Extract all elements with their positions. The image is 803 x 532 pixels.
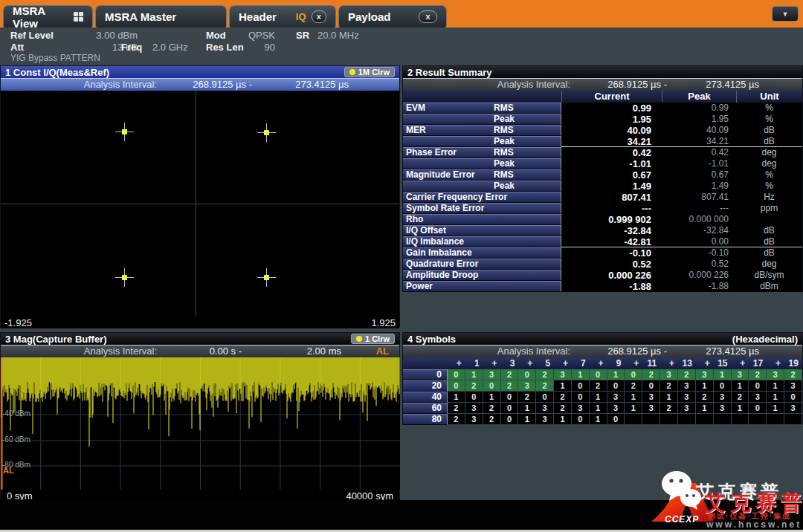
ref-level-value[interactable]: 3.00 dBm (78, 30, 138, 41)
symbols-row: 802320131010 (403, 414, 802, 425)
symbol-cell: 0 (465, 392, 483, 403)
sr-value[interactable]: 20.0 MHz (317, 30, 359, 41)
analysis-from: 268.9125 µs - (607, 346, 667, 357)
param-measure: Peak (494, 181, 515, 192)
y-tick-label: -60 dBm (2, 435, 30, 444)
mod-label: Mod (206, 30, 226, 41)
window-title-bar[interactable]: 3 Mag(Capture Buffer) 1 Clrw (1, 333, 399, 346)
symbol-cell: 1 (518, 403, 536, 414)
symbol-cell: 0 (572, 380, 590, 392)
symbol-cell: 2 (590, 380, 607, 392)
symbol-cell: 2 (660, 403, 678, 414)
symbol-cell: 1 (607, 369, 625, 380)
result-param-cell: I/Q Offset (403, 225, 561, 236)
tab-payload[interactable]: Payload x (338, 5, 447, 27)
unit-value: % (736, 181, 802, 192)
symbol-cell: 1 (696, 403, 714, 414)
symbol-cell: 1 (767, 403, 784, 414)
symbol-cell: 3 (642, 392, 660, 403)
unit-value: deg (736, 158, 802, 169)
symbol-col-header: + (660, 357, 678, 369)
symbol-cell (732, 414, 749, 425)
unit-value: ppm (736, 203, 802, 214)
mag-plot[interactable]: -40 dBm -60 dBm -80 dBm AL (1, 357, 400, 490)
symbol-cell: 2 (642, 369, 660, 380)
symbol-cell: 1 (572, 369, 590, 380)
tab-header[interactable]: Header IQ x (229, 5, 336, 27)
symbol-cell: 0 (572, 392, 590, 403)
result-row: Peak1.491.49% (403, 181, 802, 192)
symbol-col-header: + (518, 357, 536, 369)
result-row: Rho0.999 9020.000 000 (403, 214, 802, 225)
window-title-bar[interactable]: 1 Const I/Q(Meas&Ref) 1M Clrw (1, 66, 399, 79)
trace-chip[interactable]: 1 Clrw (351, 334, 395, 344)
param-name: I/Q Imbalance (406, 236, 464, 247)
constellation-point (257, 268, 276, 287)
window-title-bar[interactable]: 4 Symbols (Hexadecimal) (403, 333, 802, 346)
symbol-dot-icon (122, 275, 127, 280)
symbol-cell: 1 (714, 369, 732, 380)
symbol-col-header: + (767, 357, 784, 369)
symbol-cell: 3 (732, 369, 749, 380)
result-row: Carrier Frequency Error807.41807.41Hz (403, 192, 802, 203)
current-value: -42.81 (561, 236, 662, 247)
yig-bypass-status: YIG Bypass PATTERN (10, 53, 100, 63)
window-result-summary[interactable]: 2 Result Summary Analysis Interval: 268.… (402, 65, 803, 292)
param-name: I/Q Offset (406, 225, 446, 236)
symbol-cell (660, 414, 678, 425)
trace-chip[interactable]: 1M Clrw (344, 67, 395, 77)
res-len-label: Res Len (206, 42, 244, 53)
symbol-cell: 3 (784, 403, 802, 414)
window-symbols[interactable]: 4 Symbols (Hexadecimal) Analysis Interva… (402, 332, 803, 425)
symbol-row-label: 40 (403, 392, 448, 403)
mod-value[interactable]: QPSK (244, 30, 275, 41)
symbol-cell: 0 (642, 380, 660, 392)
symbol-cell: 0 (448, 369, 465, 380)
symbol-cell: 0 (590, 369, 607, 380)
window-title-bar[interactable]: 2 Result Summary (403, 66, 802, 79)
tab-label: Payload (348, 10, 391, 23)
symbol-cell: 2 (501, 369, 519, 380)
symbol-col-header: 13 (678, 357, 696, 369)
freq-value[interactable]: 2.0 GHz (152, 42, 188, 53)
symbol-col-header: + (590, 357, 607, 369)
current-value: -32.84 (561, 225, 662, 236)
result-row: I/Q Offset-32.84-32.84dB (403, 225, 802, 236)
result-row: MERRMS40.0940.09dB (403, 125, 802, 136)
symbol-col-header: + (448, 357, 465, 369)
symbols-header-row: +1+3+5+7+9+11+13+15+17+19 (403, 357, 802, 369)
current-value: -0.10 (561, 247, 662, 259)
peak-value: -1.01 (662, 158, 736, 169)
peak-value: 0.52 (662, 259, 736, 270)
symbol-cell: 1 (590, 392, 607, 403)
param-name: Quadrature Error (406, 259, 478, 270)
tab-msra-view[interactable]: MSRA View (3, 5, 93, 27)
auto-level-badge: AL (376, 346, 389, 357)
close-icon[interactable]: x (312, 10, 326, 23)
symbol-cell: 1 (767, 380, 784, 392)
symbol-cell: 2 (784, 369, 802, 380)
symbol-dot-icon (122, 129, 127, 134)
symbol-cell: 1 (660, 392, 678, 403)
window-title: 4 Symbols (407, 334, 456, 345)
trace-dot-icon (356, 336, 362, 342)
close-icon[interactable]: x (419, 10, 437, 23)
param-name: Amplitude Droop (406, 270, 478, 281)
symbols-rows: 0013202310102323132322002023210202023101… (403, 369, 802, 425)
symbol-cell: 0 (518, 369, 536, 380)
chevron-down-icon[interactable]: ▼ (772, 6, 799, 22)
analysis-from: 268.9125 µs - (193, 79, 252, 91)
symbol-cell: 3 (518, 380, 536, 392)
symbols-format: (Hexadecimal) (732, 334, 798, 345)
window-mag-capture[interactable]: 3 Mag(Capture Buffer) 1 Clrw Analysis In… (0, 332, 400, 502)
res-len-value[interactable]: 90 (244, 42, 275, 53)
constellation-plot[interactable] (1, 91, 399, 317)
param-measure: RMS (494, 125, 514, 136)
analysis-interval-row: Analysis Interval: 268.9125 µs - 273.412… (1, 79, 399, 91)
measurement-settings-bar: Ref Level 3.00 dBm Mod QPSK SR 20.0 MHz … (0, 27, 803, 63)
symbol-col-header: 11 (642, 357, 660, 369)
tab-msra-master[interactable]: MSRA Master (95, 5, 227, 27)
result-row: Peak34.2134.21dB (403, 136, 802, 147)
symbol-row-label: 80 (403, 414, 448, 425)
window-const-iq[interactable]: 1 Const I/Q(Meas&Ref) 1M Clrw Analysis I… (0, 65, 400, 328)
